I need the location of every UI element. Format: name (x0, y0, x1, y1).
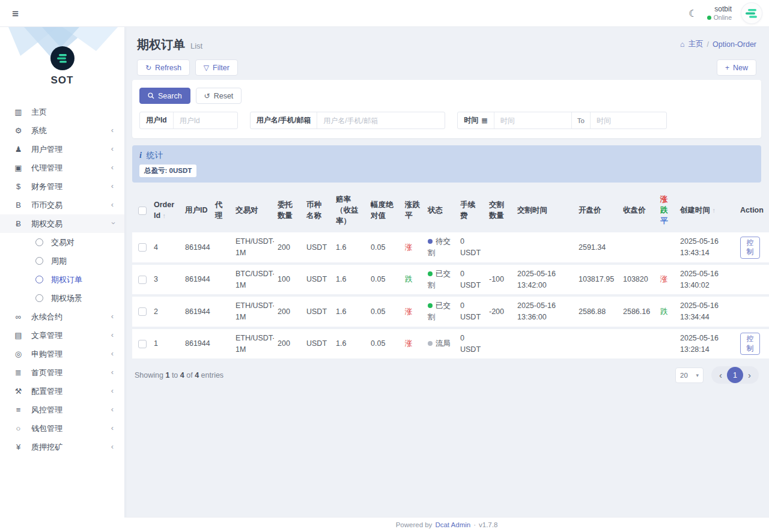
chevron-left-icon: ‹ (111, 200, 114, 209)
sidebar-item-article-mgmt[interactable]: ▤文章管理‹ (0, 326, 124, 345)
filter-button[interactable]: ▽ Filter (195, 59, 238, 76)
breadcrumb-current[interactable]: Option-Order (713, 40, 756, 49)
cell-status: 已交割 (424, 265, 457, 295)
sidebar-subitem-option-order[interactable]: 期权订单 (0, 270, 124, 289)
cell-order_id: 4 (150, 232, 181, 262)
search-button[interactable]: Search (139, 88, 190, 104)
col-header[interactable]: Order Id ↑ (150, 190, 181, 230)
cell-order_id: 3 (150, 265, 181, 295)
cell-settle_amount: -100 (485, 265, 514, 295)
chevron-down-icon: ‹ (108, 222, 117, 224)
user-id-input[interactable] (174, 112, 237, 128)
chevron-left-icon: ‹ (111, 367, 114, 376)
sidebar-item-option-trade[interactable]: Ƀ期权交易‹ (0, 214, 124, 233)
cell-result: 涨 (657, 265, 676, 295)
sidebar-item-spot-trade[interactable]: B币币交易‹ (0, 196, 124, 214)
col-header: 赔率（收益率） (332, 190, 367, 230)
cell-pair: ETH/USDT-1M (232, 297, 274, 327)
sidebar-item-homepage-mgmt[interactable]: ≣首页管理‹ (0, 363, 124, 382)
dcat-admin-link[interactable]: Dcat Admin (435, 521, 470, 528)
sidebar-item-perpetual[interactable]: ∞永续合约‹ (0, 307, 124, 326)
cell-action (737, 265, 769, 295)
sidebar: SOT ▥主页⚙系统‹♟用户管理‹▣代理管理‹$财务管理‹B币币交易‹Ƀ期权交易… (0, 27, 124, 532)
row-checkbox[interactable] (138, 340, 147, 348)
prev-page-button[interactable]: ‹ (714, 370, 727, 379)
sidebar-item-user-mgmt[interactable]: ♟用户管理‹ (0, 140, 124, 159)
cell-direction: 涨 (401, 297, 424, 327)
sidebar-item-system[interactable]: ⚙系统‹ (0, 121, 124, 140)
row-checkbox[interactable] (138, 243, 147, 252)
sidebar-item-home[interactable]: ▥主页 (0, 103, 124, 121)
col-header: 幅度绝对值 (367, 190, 401, 230)
filter-user: 用户名/手机/邮箱 (250, 112, 446, 129)
calendar-icon: ▦ (481, 116, 487, 124)
sidebar-subitem-trade-pair[interactable]: 交易对 (0, 233, 124, 252)
sidebar-item-agent-mgmt[interactable]: ▣代理管理‹ (0, 159, 124, 177)
chevron-down-icon: ▾ (696, 372, 699, 378)
row-checkbox[interactable] (138, 307, 147, 316)
cell-fee: 0 USDT (457, 265, 485, 295)
col-header: 收盘价 (619, 190, 657, 230)
sidebar-item-finance-mgmt[interactable]: $财务管理‹ (0, 177, 124, 196)
refresh-button[interactable]: ↻ Refresh (137, 59, 190, 76)
cell-amplitude: 0.05 (367, 265, 401, 295)
table-row: 2861944ETH/USDT-1M200USDT1.60.05涨已交割0 US… (132, 297, 769, 327)
cell-direction: 涨 (401, 329, 424, 359)
cell-open_price (575, 329, 619, 359)
breadcrumb-separator: / (707, 40, 709, 49)
cell-created: 2025-05-16 13:28:14 (676, 329, 737, 359)
dark-mode-icon[interactable]: ☾ (688, 8, 697, 19)
chevron-left-icon: ‹ (111, 125, 114, 135)
select-all-cell (132, 190, 150, 230)
col-header: 状态 (424, 190, 457, 230)
reset-button[interactable]: ↺ Reset (196, 88, 242, 104)
breadcrumb-home[interactable]: 主页 (688, 39, 704, 49)
cell-fee: 0 USDT (457, 297, 485, 327)
next-page-button[interactable]: › (743, 370, 756, 379)
page-1-button[interactable]: 1 (727, 367, 743, 383)
sidebar-subitem-period[interactable]: 周期 (0, 252, 124, 270)
table-row: 4861944ETH/USDT-1M200USDT1.60.05涨待交割0 US… (132, 232, 769, 262)
cell-amount: 200 (274, 297, 303, 327)
sidebar-item-wallet-mgmt[interactable]: ○钱包管理‹ (0, 419, 124, 438)
cell-odds: 1.6 (332, 265, 367, 295)
page-size-select[interactable]: 20 ▾ (675, 367, 704, 383)
avatar[interactable] (741, 3, 762, 23)
select-all-checkbox[interactable] (138, 207, 147, 215)
cell-status: 流局 (424, 329, 457, 359)
cell-amplitude: 0.05 (367, 232, 401, 262)
cell-odds: 1.6 (332, 232, 367, 262)
circle-icon (35, 276, 43, 283)
chevron-left-icon: ‹ (111, 349, 114, 358)
orders-table: Order Id ↑用户ID代理交易对委托数量币种名称赔率（收益率）幅度绝对值涨… (132, 188, 769, 361)
control-button[interactable]: 控制 (740, 333, 760, 355)
control-button[interactable]: 控制 (740, 237, 760, 259)
user-input[interactable] (317, 112, 445, 128)
col-header[interactable]: 创建时间 ↑ (676, 190, 737, 230)
cell-fee: 0 USDT (457, 329, 485, 359)
status-dot-icon (428, 271, 433, 276)
sidebar-item-config-mgmt[interactable]: ⚒配置管理‹ (0, 382, 124, 401)
chart-bar-icon: ▥ (13, 107, 23, 116)
row-checkbox[interactable] (138, 276, 147, 284)
sidebar-item-subscribe-mgmt[interactable]: ◎申购管理‹ (0, 345, 124, 363)
online-status: Online (714, 14, 732, 22)
time-start-input[interactable] (494, 112, 571, 128)
status-label: 流局 (436, 339, 451, 348)
total-pnl-badge: 总盈亏: 0USDT (139, 165, 196, 177)
time-end-input[interactable] (591, 112, 666, 128)
home-icon: ⌂ (680, 40, 685, 49)
cell-user_id: 861944 (181, 265, 211, 295)
cell-agent (211, 265, 232, 295)
sidebar-item-risk-mgmt[interactable]: ≡风控管理‹ (0, 401, 124, 419)
sidebar-item-staking[interactable]: ¥质押挖矿‹ (0, 438, 124, 456)
sidebar-toggle-icon[interactable]: ≡ (12, 8, 19, 19)
table-body: 4861944ETH/USDT-1M200USDT1.60.05涨待交割0 US… (132, 232, 769, 358)
cell-checkbox (132, 329, 150, 359)
refresh-icon: ↻ (145, 64, 151, 72)
circle-icon (35, 238, 43, 246)
chevron-left-icon: ‹ (111, 330, 114, 339)
new-button[interactable]: + New (717, 59, 756, 76)
sidebar-subitem-option-scene[interactable]: 期权场景 (0, 289, 124, 307)
user-menu[interactable]: sotbit Online (707, 5, 732, 22)
